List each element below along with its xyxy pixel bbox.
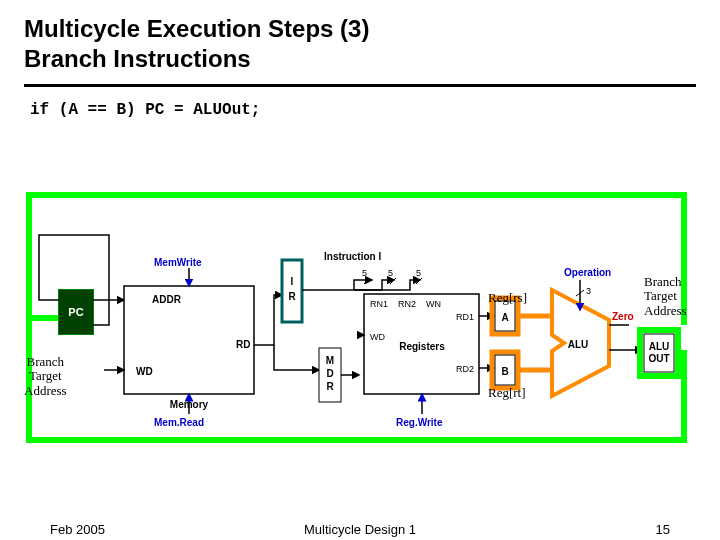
memread-label: Mem.Read <box>154 417 204 428</box>
a-label: A <box>501 312 508 323</box>
regwrite-label: Reg.Write <box>396 417 443 428</box>
instruction-i-label: Instruction I <box>324 251 381 262</box>
addr-label: ADDR <box>152 294 182 305</box>
bus5-b: 5 <box>388 268 393 278</box>
diagram-svg: PC Memory ADDR WD RD MemWrite Mem.Read I… <box>24 190 696 450</box>
ir-label-2: R <box>288 291 296 302</box>
alu-label: ALU <box>568 339 589 350</box>
ir-bus3 <box>354 280 420 290</box>
registers-label: Registers <box>399 341 445 352</box>
mdr-d: D <box>326 368 333 379</box>
ir-bus1 <box>302 280 372 290</box>
footer-page: 15 <box>656 522 670 537</box>
aluout-l2: OUT <box>648 353 669 364</box>
wd-label-mem: WD <box>136 366 153 377</box>
slash-a <box>364 278 370 284</box>
zero-label: Zero <box>612 311 634 322</box>
pc-label: PC <box>68 306 83 318</box>
mdr-m: M <box>326 355 334 366</box>
title-line-2: Branch Instructions <box>24 45 251 72</box>
bta-left-label: BranchTargetAddress <box>24 355 67 398</box>
datapath-diagram: PC Memory ADDR WD RD MemWrite Mem.Read I… <box>24 190 696 450</box>
slide-title: Multicycle Execution Steps (3) Branch In… <box>0 0 720 74</box>
operation-label: Operation <box>564 267 611 278</box>
slash-c <box>416 278 422 284</box>
wn-label: WN <box>426 299 441 309</box>
reg-rs-label: Reg[rs] <box>488 290 527 306</box>
wd-label-reg: WD <box>370 332 385 342</box>
b-label: B <box>501 366 508 377</box>
reg-rt-label: Reg[rt] <box>488 385 526 401</box>
rd2-label: RD2 <box>456 364 474 374</box>
rd1-label: RD1 <box>456 312 474 322</box>
bus5-a: 5 <box>362 268 367 278</box>
aluout-l1: ALU <box>649 341 670 352</box>
memwrite-label: MemWrite <box>154 257 202 268</box>
rd-label-mem: RD <box>236 339 250 350</box>
rn1-label: RN1 <box>370 299 388 309</box>
memory-block <box>124 286 254 394</box>
bus3-label: 3 <box>586 286 591 296</box>
rd-to-mdr <box>274 345 319 370</box>
ir-bus2 <box>354 280 394 290</box>
rn2-label: RN2 <box>398 299 416 309</box>
ir-label-1: I <box>291 276 294 287</box>
rd-to-ir <box>254 295 282 345</box>
mdr-r: R <box>326 381 334 392</box>
bta-right-label: BranchTargetAddress <box>644 275 687 318</box>
footer-title: Multicycle Design 1 <box>0 522 720 537</box>
code-line: if (A == B) PC = ALUOut; <box>0 87 720 119</box>
slash-b <box>390 278 396 284</box>
bus5-c: 5 <box>416 268 421 278</box>
title-line-1: Multicycle Execution Steps (3) <box>24 15 369 42</box>
